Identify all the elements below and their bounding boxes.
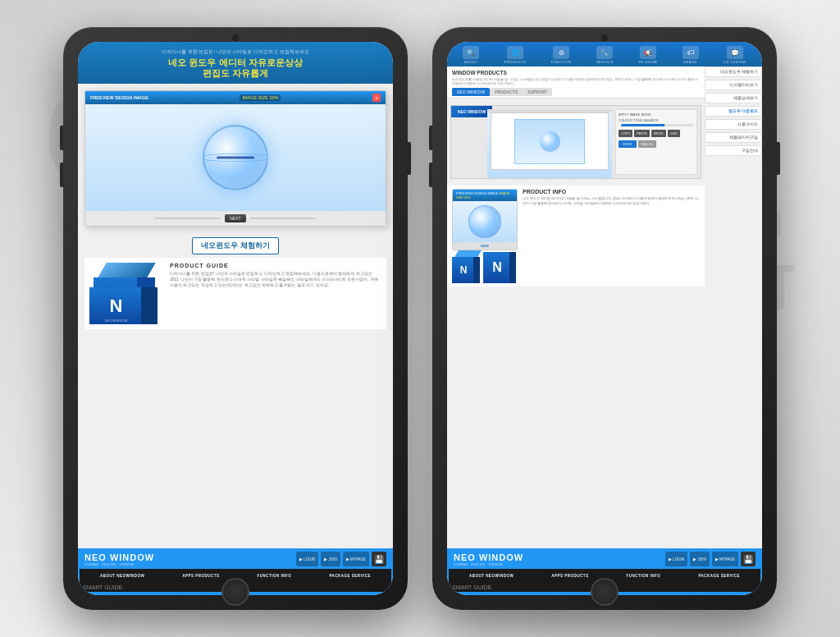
right-footer-actions: ▶ LOGIN ▶ JOIN ▶ MYPAGE 💾: [665, 552, 756, 566]
globe-outer: [203, 125, 268, 190]
btn-paste[interactable]: PASTE: [634, 130, 650, 137]
left-screen-header: 디자이너를 위한 번집돈! 나만의 스타일로 디자인하고 번집해보세요 네오 윈…: [78, 42, 393, 84]
nav-function-info-left[interactable]: FUNCTION INFO: [255, 572, 294, 580]
login-btn[interactable]: ▶ LOGIN: [296, 552, 318, 566]
lang-korean[interactable]: KOREAN: [84, 562, 98, 566]
right-power-btn[interactable]: [777, 142, 780, 175]
sidebar-btn-system[interactable]: 시스템미리보기: [705, 80, 762, 90]
window-products-tabs: NEO WINDOW PRODUCTS SUPPORT: [452, 88, 700, 96]
btn-size[interactable]: SIZE: [668, 130, 680, 137]
sidebar-btn-product-detail[interactable]: 제품상세보기: [705, 93, 762, 103]
right-nav-about[interactable]: ABOUT NEOWINDOW: [467, 572, 516, 580]
right-login-btn[interactable]: ▶ LOGIN: [665, 552, 687, 566]
about-label: ABOUT: [464, 60, 477, 64]
right-lang-korean[interactable]: KOREAN: [454, 562, 468, 566]
experience-btn[interactable]: 네오윈도우 체험하기: [192, 237, 279, 254]
tab-neo-window[interactable]: NEO WINDOW: [452, 88, 490, 96]
panel-slider[interactable]: [621, 124, 694, 126]
sidebar-btn-purchase[interactable]: 구입안내: [705, 145, 762, 156]
panel-row-1: APPLY IMAGE MODE: [619, 112, 694, 117]
sidebar-btn-download[interactable]: 윈도우 다운로드: [705, 106, 762, 117]
lang-chinese[interactable]: CHINESE: [119, 562, 134, 566]
nav-item-function[interactable]: ⚙ FUNCTION: [551, 46, 572, 64]
service-icon: 🔧: [596, 46, 613, 59]
right-volume-btn-left[interactable]: [429, 126, 432, 150]
right-mypage-btn[interactable]: ▶ MYPAGE: [712, 552, 738, 566]
canvas-preview: [491, 112, 609, 170]
product-guide-text: PRODUCT GUIDE 디자이너를 위한 번집돈! 나만의 스타일로 번집하…: [170, 263, 381, 324]
small-boxes-right: N N: [452, 250, 518, 283]
nav-item-service[interactable]: 🔧 SERVICE: [596, 46, 614, 64]
freeview-content: [85, 104, 386, 211]
btn-move[interactable]: MOVE: [651, 130, 666, 137]
left-screen-content: 디자이너를 위한 번집돈! 나만의 스타일로 디자인하고 번집해보세요 네오 윈…: [78, 42, 393, 595]
nav-about-neowindow[interactable]: ABOUT NEOWINDOW: [98, 572, 147, 580]
sidebar-btn-guide[interactable]: 사용가이드: [705, 119, 762, 130]
sbox-large: N: [483, 250, 518, 283]
mypage-btn[interactable]: ▶ MYPAGE: [343, 552, 369, 566]
right-brand-sub: KOREAN ENGLISH CHINESE: [454, 562, 523, 566]
btn-cancel[interactable]: CANCEL: [638, 140, 656, 148]
function-label: FUNCTION: [551, 60, 572, 64]
nav-next-button[interactable]: NEXT: [225, 214, 245, 222]
volume-btn-left2[interactable]: [60, 163, 63, 187]
sbox-side: [473, 257, 480, 283]
products-label: PRODUCTS: [504, 60, 526, 64]
right-join-btn[interactable]: ▶ JOIN: [690, 552, 710, 566]
brand-label: BRAND: [683, 60, 697, 64]
right-nav-apps-products[interactable]: APPS PRODUCTS: [549, 572, 591, 580]
right-screen-footer: NEO WINDOW KOREAN ENGLISH CHINESE ▶ LOGI…: [447, 548, 762, 595]
right-lang-english[interactable]: ENGLISH: [471, 562, 486, 566]
big-box-label: NEO WINDOW: [89, 318, 143, 323]
nav-apps-products-left[interactable]: APPS PRODUCTS: [180, 572, 221, 580]
big-box-front: N NEO WINDOW: [89, 287, 143, 324]
window-products-header: WINDOW PRODUCTS 네오윈도우를 이용한 네이버 내용을 알 수있는…: [447, 66, 705, 99]
window-products-desc: 네오윈도우를 이용한 네이버 내용을 알 수있는 시스템입니다. 편집기의 편리…: [452, 77, 700, 85]
right-nav-package-service[interactable]: PACKAGE SERVICE: [696, 572, 742, 580]
volume-btn-left[interactable]: [60, 126, 63, 150]
right-volume-btn-left2[interactable]: [429, 163, 432, 187]
tab-support[interactable]: SUPPORT: [523, 88, 552, 96]
btn-copy[interactable]: COPY: [619, 130, 632, 137]
left-header-subtitle: 디자이너를 위한 번집돈! 나만의 스타일로 디자인하고 번집해보세요: [86, 48, 385, 56]
product-info-section: FREEVIEW DESIGN IMAGE IMAGE SIZE 30% SAV…: [447, 186, 705, 286]
right-footer-brand: NEO WINDOW KOREAN ENGLISH CHINESE ▶ LOGI…: [449, 552, 760, 569]
nav-item-cs[interactable]: 💬 CS CENTER: [724, 46, 746, 64]
right-nav-function-info[interactable]: FUNCTION INFO: [624, 572, 664, 580]
power-btn-right[interactable]: [408, 142, 411, 175]
nav-line-right: [250, 218, 316, 219]
tablet-right: 🔍 ABOUT 🌐 PRODUCTS ⚙ FUNCTION 🔧 SERVICE: [432, 27, 777, 610]
product-info-title: PRODUCT INFO: [523, 189, 700, 195]
brand-icon: 🏷: [682, 46, 699, 59]
nav-item-about[interactable]: 🔍 ABOUT: [463, 46, 479, 64]
freeview-close-button[interactable]: ×: [372, 94, 381, 102]
sidebar-btn-package[interactable]: 제품패키지구입: [705, 132, 762, 143]
freeview-dialog-header: FREEVIEW DESIGN IMAGE IMAGE SIZE 20% ×: [85, 91, 386, 104]
nav-item-pr[interactable]: 📢 PR ROOM: [638, 46, 657, 64]
nav-item-brand[interactable]: 🏷 BRAND: [682, 46, 699, 64]
nav-package-service-left[interactable]: PACKAGE SERVICE: [326, 572, 373, 580]
panel-label-2: COLOUR TONE BALANCE: [619, 118, 659, 122]
cs-icon: 💬: [727, 46, 743, 59]
pr-label: PR ROOM: [638, 60, 657, 64]
sidebar-btn-experience[interactable]: 네오윈도우 체험하기: [705, 66, 762, 77]
freeview-dialog-size: IMAGE SIZE 20%: [240, 94, 281, 101]
left-brand-sub: KOREAN ENGLISH CHINESE: [84, 562, 154, 566]
btn-done[interactable]: DONE: [619, 140, 637, 148]
window-products-title: WINDOW PRODUCTS: [452, 70, 700, 76]
left-brand-name: NEO WINDOW: [84, 552, 154, 562]
lang-english[interactable]: ENGLISH: [102, 562, 116, 566]
tab-products[interactable]: PRODUCTS: [490, 88, 523, 96]
left-smart-guide: SMART GUIDE: [80, 583, 391, 592]
left-footer-brand: NEO WINDOW KOREAN ENGLISH CHINESE ▶ LOGI…: [80, 552, 391, 569]
product-box-visual: NEO WINDOW N N NEO WINDOW: [89, 263, 163, 324]
join-btn[interactable]: ▶ JOIN: [321, 552, 340, 566]
tablet-left-screen: 디자이너를 위한 번집돈! 나만의 스타일로 디자인하고 번집해보세요 네오 윈…: [78, 42, 393, 595]
nav-item-products[interactable]: 🌐 PRODUCTS: [504, 46, 526, 64]
right-lang-chinese[interactable]: CHINESE: [488, 562, 503, 566]
product-info-save-btn[interactable]: SAVE: [453, 242, 517, 250]
product-info-dialog-header: FREEVIEW DESIGN IMAGE IMAGE SIZE 30%: [453, 190, 517, 201]
page-wrapper: G G G 디자이너를 위한 번집돈! 나만의 스타일로 디자인하고 번집해보세…: [0, 0, 840, 637]
big-box-side: [141, 287, 158, 324]
left-screen-body: FREEVIEW DESIGN IMAGE IMAGE SIZE 20% ×: [78, 84, 393, 548]
